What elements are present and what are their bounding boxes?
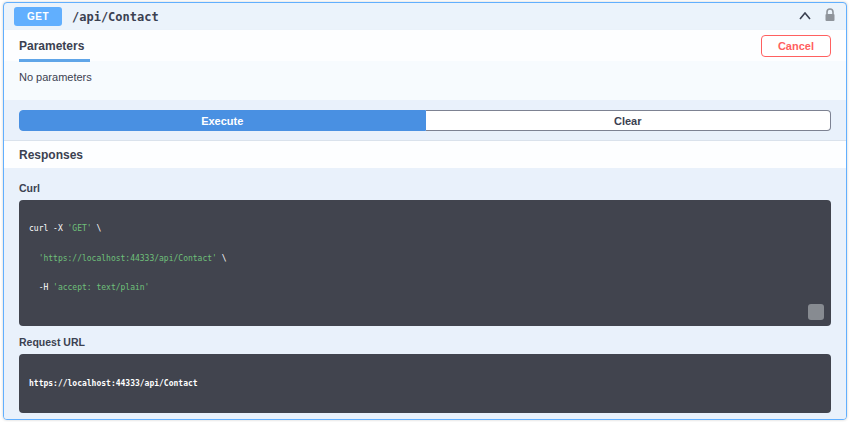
parameters-section-header: Parameters Cancel: [4, 30, 846, 61]
curl-line: -H 'accept: text/plain': [29, 283, 821, 293]
lock-icon: [824, 8, 836, 25]
curl-string: 'accept: text/plain': [53, 283, 149, 292]
tab-parameters[interactable]: Parameters: [19, 35, 90, 62]
endpoint-path: /api/Contact: [72, 10, 159, 24]
operation-header[interactable]: GET /api/Contact: [4, 3, 846, 30]
responses-title: Responses: [19, 148, 83, 162]
copy-curl-button[interactable]: [808, 304, 824, 320]
curl-text: [29, 254, 39, 263]
curl-text: -H: [29, 283, 53, 292]
request-url-label: Request URL: [19, 336, 831, 348]
authorize-button[interactable]: [824, 8, 836, 25]
curl-label: Curl: [19, 182, 831, 194]
curl-text: curl -X: [29, 224, 68, 233]
curl-text: \: [217, 254, 227, 263]
curl-text: \: [92, 224, 102, 233]
http-method-badge: GET: [14, 7, 62, 26]
curl-string: 'https://localhost:44333/api/Contact': [39, 254, 217, 263]
curl-command-block: curl -X 'GET' \ 'https://localhost:44333…: [19, 200, 831, 326]
no-parameters-text: No parameters: [4, 61, 846, 100]
clear-button[interactable]: Clear: [426, 110, 832, 131]
operation-panel: GET /api/Contact Parameters Cancel N: [3, 2, 847, 420]
curl-string: 'GET': [68, 224, 92, 233]
responses-section-header: Responses: [4, 141, 846, 168]
clipboard-icon: [793, 290, 831, 327]
responses-body: Curl curl -X 'GET' \ 'https://localhost:…: [4, 168, 846, 420]
execute-button[interactable]: Execute: [19, 110, 426, 131]
collapse-button[interactable]: [798, 9, 812, 24]
chevron-up-icon: [798, 9, 812, 24]
curl-line: curl -X 'GET' \: [29, 224, 821, 234]
header-actions: [798, 8, 836, 25]
execute-wrapper: Execute Clear: [4, 100, 846, 141]
curl-line: 'https://localhost:44333/api/Contact' \: [29, 254, 821, 264]
request-url-block: https://localhost:44333/api/Contact: [19, 354, 831, 413]
request-url-value: https://localhost:44333/api/Contact: [29, 379, 821, 389]
cancel-button[interactable]: Cancel: [761, 35, 831, 57]
